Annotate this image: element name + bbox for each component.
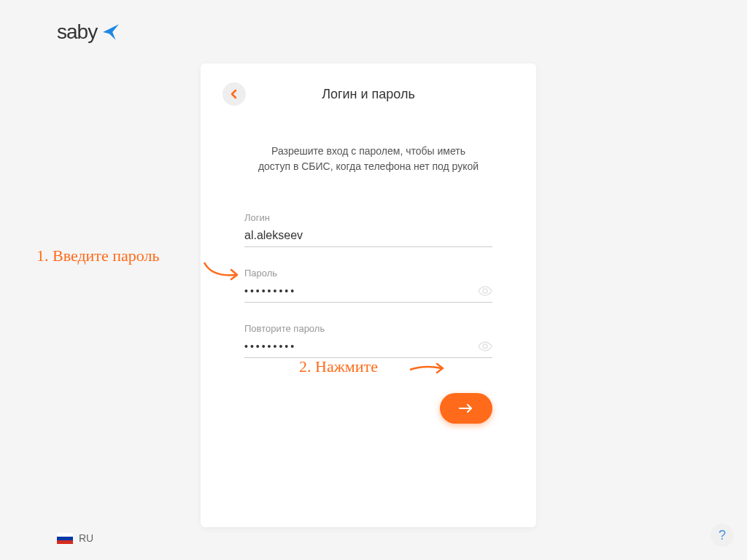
show-repeat-password-icon[interactable] [478, 341, 492, 354]
repeat-password-input[interactable] [244, 341, 492, 352]
submit-button[interactable] [440, 393, 492, 424]
flag-ru-icon [57, 533, 73, 544]
arrow-right-icon [458, 402, 474, 414]
password-group: Пароль [222, 268, 514, 303]
help-icon: ? [719, 528, 726, 543]
login-group: Логин [222, 212, 514, 247]
svg-point-1 [483, 344, 487, 349]
password-label: Пароль [244, 268, 492, 279]
repeat-password-input-wrapper [244, 340, 492, 358]
login-input[interactable] [244, 229, 492, 242]
password-input[interactable] [244, 285, 492, 297]
help-button[interactable]: ? [711, 524, 734, 547]
page-title: Логин и пароль [222, 87, 514, 102]
password-input-wrapper [244, 284, 492, 303]
bird-icon [101, 23, 120, 42]
annotation-step1: 1. Введите пароль [36, 246, 160, 265]
repeat-password-group: Повторите пароль [222, 323, 514, 358]
card-header: Логин и пароль [222, 82, 514, 106]
login-input-wrapper [244, 229, 492, 247]
show-password-icon[interactable] [478, 286, 492, 299]
language-selector[interactable]: RU [57, 532, 93, 544]
logo: saby [57, 20, 120, 44]
logo-text: saby [57, 20, 97, 44]
language-label: RU [79, 532, 93, 544]
annotation-step2: 2. Нажмите [299, 357, 378, 376]
annotation-arrow-1-icon [201, 259, 244, 284]
login-card: Логин и пароль Разрешите вход с паролем,… [201, 63, 536, 527]
annotation-arrow-2-icon [406, 361, 450, 376]
svg-point-0 [483, 289, 487, 293]
repeat-password-label: Повторите пароль [244, 323, 492, 334]
description-text: Разрешите вход с паролем, чтобы иметь до… [222, 144, 514, 174]
login-label: Логин [244, 212, 492, 223]
